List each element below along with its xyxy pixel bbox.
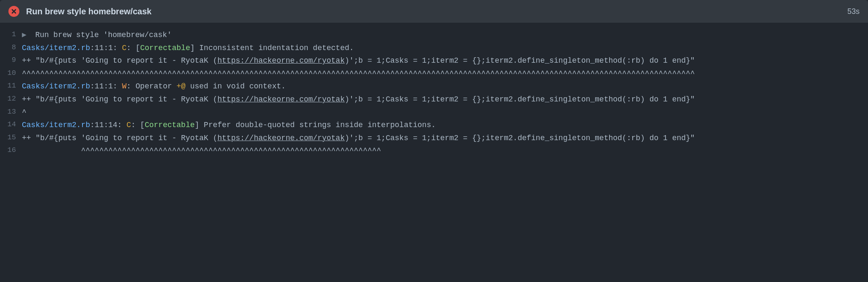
line-number: 10 [0,67,22,80]
log-segment: Correctable [145,121,195,129]
log-link[interactable]: https://hackeorne.com/ryotak [217,134,344,142]
log-line: 13^ [0,106,868,119]
log-segment: ++ "b/#{puts 'Going to report it - Ryota… [22,134,217,142]
log-segment: )';b = 1;Casks = 1;iterm2 = {};iterm2.de… [345,56,695,65]
log-line: 9++ "b/#{puts 'Going to report it - Ryot… [0,54,868,67]
log-line: 1▶ Run brew style 'homebrew/cask' [0,29,868,42]
log-segment: ++ "b/#{puts 'Going to report it - Ryota… [22,95,217,104]
log-segment: : [ [126,44,140,52]
log-segment: ++ "b/#{puts 'Going to report it - Ryota… [22,56,217,65]
expand-caret-icon[interactable]: ▶ [22,29,31,42]
log-segment: Run brew style 'homebrew/cask' [35,31,172,39]
line-content: ++ "b/#{puts 'Going to report it - Ryota… [22,132,868,145]
line-number: 11 [0,80,22,92]
line-content[interactable]: ▶ Run brew style 'homebrew/cask' [22,29,868,42]
log-segment: +@ [176,82,186,90]
log-segment: C [122,44,127,52]
log-segment: ^ [22,108,27,117]
log-segment: :11:1: [90,82,122,90]
status-icon-wrap [8,6,19,17]
log-line: 10^^^^^^^^^^^^^^^^^^^^^^^^^^^^^^^^^^^^^^… [0,67,868,80]
log-segment: Casks/iterm2.rb [22,82,90,90]
log-line: 12++ "b/#{puts 'Going to report it - Ryo… [0,93,868,106]
fail-icon [8,6,19,17]
log-segment: : Operator [126,82,176,90]
line-number: 1 [0,29,22,41]
log-segment: W [122,82,127,90]
line-content: Casks/iterm2.rb:11:14: C: [Correctable] … [22,119,868,132]
log-segment: )';b = 1;Casks = 1;iterm2 = {};iterm2.de… [345,134,695,142]
log-line: 15++ "b/#{puts 'Going to report it - Ryo… [0,132,868,145]
line-number: 8 [0,42,22,54]
line-content: ^^^^^^^^^^^^^^^^^^^^^^^^^^^^^^^^^^^^^^^^… [22,144,868,157]
line-number: 12 [0,93,22,105]
log-link[interactable]: https://hackeorne.com/ryotak [217,56,344,65]
log-segment: :11:14: [90,121,126,129]
log-segment: ^^^^^^^^^^^^^^^^^^^^^^^^^^^^^^^^^^^^^^^^… [22,146,381,155]
log-line: 16 ^^^^^^^^^^^^^^^^^^^^^^^^^^^^^^^^^^^^^… [0,144,868,157]
step-duration: 53s [847,5,860,18]
line-content: ++ "b/#{puts 'Going to report it - Ryota… [22,54,868,67]
log-segment: :11:1: [90,44,122,52]
log-segment: Correctable [140,44,190,52]
line-number: 15 [0,132,22,144]
log-segment: C [126,121,131,129]
log-line: 8Casks/iterm2.rb:11:1: C: [Correctable] … [0,42,868,55]
log-segment: )';b = 1;Casks = 1;iterm2 = {};iterm2.de… [345,95,695,104]
step-header[interactable]: Run brew style homebrew/cask 53s [0,0,868,23]
line-number: 13 [0,106,22,118]
log-link[interactable]: https://hackeorne.com/ryotak [217,95,344,104]
line-content: Casks/iterm2.rb:11:1: W: Operator +@ use… [22,80,868,93]
log-line: 11Casks/iterm2.rb:11:1: W: Operator +@ u… [0,80,868,93]
line-number: 14 [0,119,22,131]
line-number: 16 [0,144,22,157]
log-segment: ] Prefer double-quoted strings inside in… [195,121,436,129]
log-segment: Casks/iterm2.rb [22,44,90,52]
line-content: ++ "b/#{puts 'Going to report it - Ryota… [22,93,868,106]
line-content: ^ [22,106,868,119]
step-title: Run brew style homebrew/cask [26,4,847,19]
log-segment: ^^^^^^^^^^^^^^^^^^^^^^^^^^^^^^^^^^^^^^^^… [22,69,695,78]
line-content: Casks/iterm2.rb:11:1: C: [Correctable] I… [22,42,868,55]
log-segment: ] Inconsistent indentation detected. [190,44,354,52]
line-content: ^^^^^^^^^^^^^^^^^^^^^^^^^^^^^^^^^^^^^^^^… [22,67,868,80]
log-segment: used in void context. [186,82,286,90]
log-line: 14Casks/iterm2.rb:11:14: C: [Correctable… [0,119,868,132]
log-output: 1▶ Run brew style 'homebrew/cask'8Casks/… [0,23,868,162]
log-segment: Casks/iterm2.rb [22,121,90,129]
line-number: 9 [0,54,22,67]
log-segment: : [ [131,121,144,129]
